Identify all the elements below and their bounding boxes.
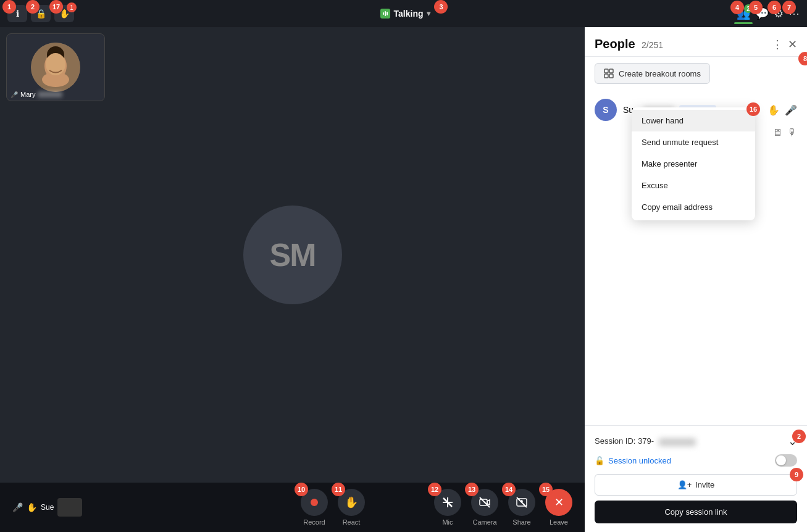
thumbnail-mary: 🎤 Mary — [6, 33, 105, 101]
main-content: 🎤 Mary SM 🎤 ✋ Sue — [0, 27, 807, 532]
share-icon-bg — [508, 489, 535, 516]
mic-button[interactable]: Mic — [434, 489, 461, 526]
top-right: 👥 2 4 💬 5 ⚙ 6 ⋯ 7 — [737, 7, 800, 20]
video-area: 🎤 Mary SM 🎤 ✋ Sue — [0, 27, 585, 532]
thumbnail-name-mary: 🎤 Mary — [10, 91, 62, 98]
mic-label: Mic — [442, 518, 453, 526]
leave-label: Leave — [550, 518, 568, 526]
camera-icon-bg — [471, 489, 498, 516]
lock-icon: 🔒 — [36, 9, 46, 19]
unlock-label: 🔓 Session unlocked — [595, 456, 671, 465]
svg-rect-1 — [385, 11, 386, 16]
react-icon-bg: ✋ — [338, 489, 365, 516]
svg-rect-15 — [604, 69, 608, 73]
session-area: Session ID: 379- ⌄ 2 🔓 Session unlocked — [585, 425, 807, 532]
person-row-sue: S Sue Organizer ✋ 🎤 🖥 🎙 Lower hand — [595, 95, 797, 125]
send-unmute-item[interactable]: Send unmute request — [632, 131, 755, 153]
camera-label: Camera — [472, 518, 496, 526]
more-icon: ⋯ — [788, 7, 800, 20]
session-lock-toggle[interactable] — [775, 454, 797, 467]
share-label: Share — [512, 518, 530, 526]
bottom-mute-icon: 🎤 — [12, 502, 23, 512]
lock-small-icon: 🔓 — [595, 456, 604, 465]
info-button[interactable]: ℹ — [7, 5, 27, 22]
bottom-controls: Record 10 ✋ React 11 — [301, 489, 572, 526]
svg-rect-18 — [609, 74, 613, 78]
session-id-row: Session ID: 379- ⌄ 2 — [595, 434, 797, 448]
people-list: S Sue Organizer ✋ 🎤 🖥 🎙 Lower hand — [585, 90, 807, 425]
record-button[interactable]: Record — [301, 489, 328, 526]
bottom-bar: 🎤 ✋ Sue Record 10 — [0, 483, 585, 532]
copy-email-item[interactable]: Copy email address — [632, 196, 755, 218]
svg-point-8 — [311, 499, 318, 506]
people-button[interactable]: 👥 2 — [737, 7, 750, 20]
leave-button[interactable]: ✕ Leave — [545, 489, 572, 526]
top-bar: ℹ 1 🔒 2 ✋ 1 17 Talking ▾ 3 — [0, 0, 807, 27]
sue-hand-button[interactable]: ✋ — [767, 104, 780, 116]
hand-raise-icon: ✋ — [345, 496, 358, 509]
react-label: React — [343, 518, 361, 526]
lock-button[interactable]: 🔒 — [31, 5, 51, 22]
excuse-item[interactable]: Excuse — [632, 175, 755, 196]
callout-3: 3 — [434, 0, 448, 14]
main-avatar: SM — [243, 206, 342, 304]
sue-screen-button[interactable]: 🖥 — [772, 127, 782, 138]
sue-mic-button[interactable]: 🎤 — [785, 104, 797, 116]
copy-session-button[interactable]: Copy session link — [595, 501, 797, 523]
settings-icon: ⚙ — [774, 7, 784, 20]
svg-rect-17 — [604, 74, 608, 78]
session-id-blur — [659, 438, 696, 446]
info-icon: ℹ — [16, 9, 19, 19]
toggle-thumb — [776, 455, 786, 465]
panel-close-button[interactable]: ✕ — [788, 38, 797, 51]
panel-header: People 2/251 ⋮ ✕ — [585, 27, 807, 57]
svg-rect-16 — [609, 69, 613, 73]
bottom-user-name: Sue — [41, 503, 54, 512]
panel-count: 2/251 — [642, 40, 663, 50]
panel-title: People — [595, 37, 635, 51]
active-tab-indicator — [734, 22, 753, 24]
settings-button[interactable]: ⚙ — [774, 7, 784, 20]
record-icon-bg — [301, 489, 328, 516]
top-bar-left: ℹ 1 🔒 2 ✋ 1 17 — [7, 5, 74, 22]
panel-title-area: People 2/251 — [595, 37, 663, 51]
talking-label: Talking — [394, 9, 424, 19]
right-panel: People 2/251 ⋮ ✕ Create breakout rooms 8… — [585, 27, 807, 532]
chat-button[interactable]: 💬 — [755, 7, 769, 20]
talking-indicator — [380, 9, 390, 19]
record-label: Record — [303, 518, 325, 526]
hand-count-badge: 1 — [67, 2, 77, 12]
panel-more-button[interactable]: ⋮ — [772, 38, 783, 51]
talking-chevron: ▾ — [427, 9, 430, 18]
mic-icon-bg — [434, 489, 461, 516]
session-unlock-row: 🔓 Session unlocked — [595, 454, 797, 467]
breakout-rooms-label: Create breakout rooms — [619, 69, 701, 78]
camera-button[interactable]: Camera — [471, 489, 498, 526]
thumbnail-strip: 🎤 Mary — [0, 27, 111, 107]
more-button[interactable]: ⋯ — [788, 7, 800, 20]
bottom-user-info: 🎤 ✋ Sue — [12, 498, 293, 517]
name-blur — [38, 91, 62, 98]
share-button[interactable]: Share — [508, 489, 535, 526]
bottom-hand-icon: ✋ — [27, 502, 37, 512]
breakout-rooms-button[interactable]: Create breakout rooms — [595, 63, 710, 84]
svg-rect-2 — [387, 12, 388, 15]
invite-icon: 👤+ — [677, 480, 692, 489]
bottom-user-thumbnail — [57, 498, 82, 517]
lower-hand-item[interactable]: Lower hand — [632, 110, 755, 131]
person-actions-sue: ✋ 🎤 — [767, 104, 797, 116]
session-chevron[interactable]: ⌄ — [788, 434, 797, 448]
person-avatar-sue: S — [595, 99, 617, 121]
mute-icon: 🎤 — [10, 91, 18, 98]
top-center: Talking ▾ 3 — [380, 9, 431, 19]
panel-header-actions: ⋮ ✕ — [772, 38, 797, 51]
invite-button[interactable]: 👤+ Invite — [595, 474, 797, 496]
people-count: 2 — [744, 4, 753, 13]
context-menu: Lower hand Send unmute request Make pres… — [632, 107, 755, 220]
hand-button[interactable]: ✋ 1 — [54, 5, 74, 22]
react-button[interactable]: ✋ React — [338, 489, 365, 526]
make-presenter-item[interactable]: Make presenter — [632, 153, 755, 175]
svg-rect-0 — [383, 12, 384, 15]
sue-mic-button2[interactable]: 🎙 — [787, 127, 797, 138]
leave-icon: ✕ — [554, 496, 564, 509]
